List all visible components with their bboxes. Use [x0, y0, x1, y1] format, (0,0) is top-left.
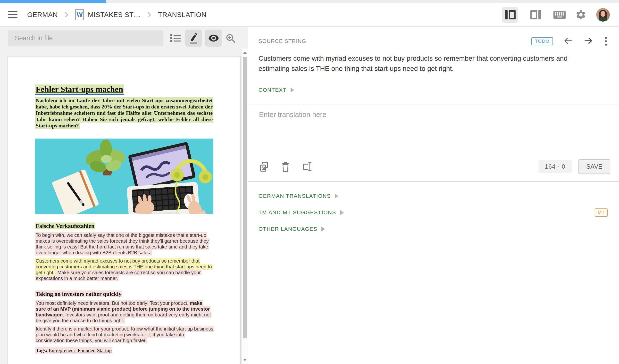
- context-label: CONTEXT: [258, 87, 287, 93]
- settings-gear-icon: [575, 9, 587, 20]
- copy-source-icon: [258, 161, 270, 172]
- doc-paragraph-investors-2: Identify if there is a market for your p…: [35, 326, 213, 343]
- doc-photo-desk-flatlay: [35, 139, 213, 214]
- editor-sections: GERMAN TRANSLATIONS TM AND MT SUGGESTION…: [248, 182, 619, 233]
- translation-editor-panel: SOURCE STRING TODO Customers come with m…: [248, 27, 619, 364]
- select-text-button[interactable]: [301, 161, 312, 172]
- expand-triangle-icon: [340, 210, 344, 215]
- word-document-icon: W: [75, 9, 84, 20]
- section-other-languages[interactable]: OTHER LANGUAGES: [258, 225, 608, 233]
- breadcrumb-file[interactable]: W MISTAKES ST…: [75, 9, 141, 20]
- editor-actions-row: 164 · 0 SAVE: [248, 159, 619, 181]
- text-cursor-icon: [301, 161, 312, 172]
- doc-string[interactable]: Make sure your sales forecasts are corre…: [35, 270, 201, 281]
- doc-string[interactable]: You most definitely need investors. But …: [35, 300, 211, 323]
- doc-tags-line: Tags: Entrepreneur, Founder, Startup: [35, 347, 213, 354]
- doc-string[interactable]: To begin with, we can safely say that on…: [35, 232, 210, 255]
- char-word-counter: 164 · 0: [538, 160, 572, 173]
- source-string-header: SOURCE STRING TODO: [248, 27, 619, 47]
- preview-mode-button[interactable]: [205, 30, 222, 47]
- breadcrumb-mode[interactable]: TRANSLATION: [158, 11, 206, 19]
- edit-pencil-icon: [188, 32, 199, 44]
- settings-button[interactable]: [575, 9, 587, 20]
- context-expander[interactable]: CONTEXT: [258, 87, 294, 93]
- doc-tags-string: Tags: Entrepreneur, Founder, Startup: [35, 347, 113, 354]
- doc-heading-sales-string[interactable]: Falsche Verkaufszahlen: [35, 223, 95, 229]
- expand-triangle-icon: [335, 194, 338, 198]
- copy-source-button[interactable]: [258, 161, 270, 172]
- expand-triangle-icon: [291, 88, 294, 92]
- doc-title-string[interactable]: Fehler Start-ups machen: [35, 84, 124, 95]
- panel-left-layout-icon: [505, 10, 516, 19]
- save-button[interactable]: SAVE: [578, 159, 610, 174]
- mt-badge: MT: [595, 209, 608, 217]
- section-german-translations[interactable]: GERMAN TRANSLATIONS: [258, 192, 608, 200]
- side-by-side-layout-button[interactable]: [502, 7, 518, 23]
- trash-icon: [280, 161, 291, 172]
- status-badge[interactable]: TODO: [531, 37, 553, 45]
- breadcrumb: GERMAN W MISTAKES ST… TRANSLATION: [27, 9, 206, 20]
- keyboard-icon: [553, 11, 566, 19]
- strings-list-icon[interactable]: [170, 33, 181, 44]
- source-string-label: SOURCE STRING: [258, 38, 306, 44]
- preview-scrollbar[interactable]: [241, 49, 248, 364]
- search-input[interactable]: [8, 30, 163, 46]
- doc-paragraph-sales-1: To begin with, we can safely say that on…: [35, 232, 213, 255]
- user-avatar[interactable]: [596, 8, 610, 22]
- keyboard-shortcuts-button[interactable]: [553, 11, 566, 19]
- chevron-right-icon: [64, 11, 69, 18]
- zoom-in-icon[interactable]: [225, 33, 236, 45]
- comfortable-layout-button[interactable]: [528, 7, 544, 23]
- scroll-up-arrow-icon[interactable]: [243, 51, 247, 54]
- doc-intro-paragraph: Nachdem ich im Laufe der Jahre mit viele…: [35, 97, 213, 129]
- more-options-icon[interactable]: [604, 36, 608, 47]
- doc-title: Fehler Start-ups machen: [35, 84, 213, 95]
- tags-label: Tags:: [36, 348, 47, 353]
- doc-paragraph-investors-1: You most definitely need investors. But …: [35, 300, 213, 323]
- tag-link[interactable]: Founder: [78, 348, 94, 353]
- chevron-right-icon: [147, 11, 152, 18]
- expand-triangle-icon: [321, 227, 325, 232]
- previous-string-button[interactable]: [563, 37, 573, 46]
- section-tm-mt-suggestions[interactable]: TM AND MT SUGGESTIONS MT: [258, 209, 608, 216]
- doc-heading-investors-string[interactable]: Taking on investors rather quickly: [35, 291, 122, 297]
- translate-mode-button[interactable]: [185, 30, 202, 47]
- document-preview-page: Fehler Start-ups machen Nachdem ich im L…: [8, 56, 240, 364]
- doc-intro-string[interactable]: Nachdem ich im Laufe der Jahre mit viele…: [35, 97, 213, 129]
- file-preview-panel: Fehler Start-ups machen Nachdem ich im L…: [0, 27, 248, 364]
- clear-translation-button[interactable]: [280, 161, 291, 172]
- panel-right-layout-icon: [530, 10, 541, 19]
- source-string-text: Customers come with myriad excuses to no…: [258, 53, 592, 74]
- hamburger-menu-icon[interactable]: [8, 10, 17, 20]
- breadcrumb-language[interactable]: GERMAN: [27, 11, 58, 19]
- translation-progress-fill: [0, 0, 106, 3]
- translation-progress-track: [0, 0, 619, 3]
- doc-paragraph-sales-2: Customers come with myriad excuses to no…: [35, 258, 213, 281]
- doc-heading-investors: Taking on investors rather quickly: [35, 290, 213, 298]
- tag-link[interactable]: Entrepreneur: [49, 348, 75, 353]
- doc-string[interactable]: Identify if there is a market for your p…: [35, 326, 214, 343]
- scroll-down-arrow-icon[interactable]: [243, 359, 247, 361]
- tag-link[interactable]: Startup: [97, 348, 112, 353]
- doc-heading-sales: Falsche Verkaufszahlen: [35, 222, 213, 230]
- breadcrumb-file-label: MISTAKES ST…: [88, 11, 141, 19]
- translation-input[interactable]: [248, 103, 619, 159]
- scrollbar-thumb[interactable]: [243, 57, 247, 338]
- topbar-actions: [502, 7, 610, 23]
- preview-eye-icon: [208, 32, 219, 44]
- next-string-button[interactable]: [584, 37, 593, 46]
- top-bar: GERMAN W MISTAKES ST… TRANSLATION: [0, 3, 619, 27]
